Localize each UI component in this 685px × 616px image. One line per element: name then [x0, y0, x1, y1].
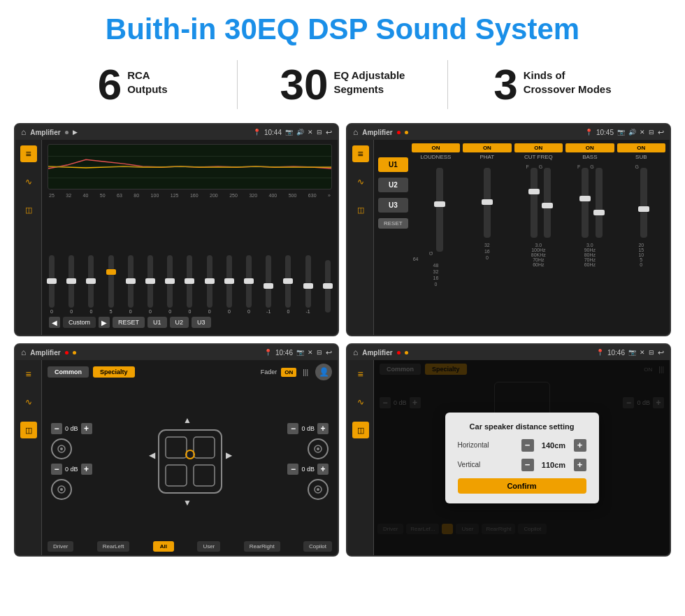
phat-on[interactable]: ON	[463, 143, 511, 152]
fader-on-btn[interactable]: ON	[281, 368, 296, 377]
rearleft-btn[interactable]: RearLeft	[97, 541, 130, 552]
eq-icon-2[interactable]: ≡	[352, 145, 369, 162]
u1-select[interactable]: U1	[378, 157, 408, 172]
fader-tabs: Common Specialty Fader ON ||| 👤	[48, 364, 332, 380]
slider-63[interactable]: 0	[128, 255, 134, 314]
speaker-icon-2[interactable]: ◫	[352, 201, 369, 218]
speaker-icon-4[interactable]: ◫	[352, 422, 369, 438]
eq-icon[interactable]: ≡	[20, 145, 37, 162]
back-icon-4[interactable]: ↩	[658, 348, 664, 357]
confirm-button[interactable]: Confirm	[458, 478, 586, 494]
rr-plus[interactable]: +	[317, 464, 329, 475]
slider-125[interactable]: 0	[187, 255, 192, 314]
home-icon-2[interactable]: ⌂	[353, 127, 358, 137]
close-icon-4[interactable]: ✕	[640, 349, 645, 356]
eq-icon-4[interactable]: ≡	[352, 366, 369, 382]
u2-btn[interactable]: U2	[170, 317, 189, 328]
u3-select[interactable]: U3	[378, 198, 408, 213]
rearright-btn[interactable]: RearRight	[244, 541, 280, 552]
eq-icon-3[interactable]: ≡	[20, 366, 37, 382]
fl-minus[interactable]: −	[51, 423, 62, 434]
prev-btn[interactable]: ◀	[49, 317, 60, 328]
stat-number-eq: 30	[280, 63, 329, 106]
ch-loudness: ON LOUDNESS G 64 48 32 16	[412, 143, 460, 331]
rr-db-control: − 0 dB +	[287, 464, 329, 475]
sub-slider[interactable]	[640, 168, 647, 238]
loudness-slider[interactable]	[436, 168, 443, 252]
rr-minus[interactable]: −	[287, 464, 298, 475]
reset-btn[interactable]: RESET	[113, 317, 145, 328]
vertical-plus[interactable]: +	[574, 459, 586, 471]
svg-text:▲: ▲	[183, 416, 192, 425]
horizontal-plus[interactable]: +	[574, 439, 586, 452]
stats-row: 6 RCAOutputs 30 EQ AdjustableSegments 3 …	[0, 53, 685, 119]
stat-label-eq: EQ AdjustableSegments	[333, 63, 405, 96]
cutfreq-slider-f[interactable]	[531, 168, 538, 238]
wave-icon-4[interactable]: ∿	[352, 394, 369, 410]
home-icon[interactable]: ⌂	[21, 127, 26, 137]
crossover-reset[interactable]: RESET	[378, 218, 408, 229]
preset-custom[interactable]: Custom	[63, 317, 96, 328]
fr-db-control: − 0 dB +	[287, 423, 329, 434]
bass-slider-g[interactable]	[596, 168, 603, 238]
close-icon-3[interactable]: ✕	[308, 349, 313, 356]
all-btn[interactable]: All	[153, 541, 174, 552]
wave-icon-2[interactable]: ∿	[352, 173, 369, 190]
slider-80[interactable]: 0	[147, 255, 153, 314]
specialty-tab[interactable]: Specialty	[93, 366, 135, 378]
phat-slider[interactable]	[484, 168, 491, 238]
speaker-icon[interactable]: ◫	[20, 201, 37, 218]
u2-select[interactable]: U2	[378, 178, 408, 192]
slider-400[interactable]: 0	[285, 255, 291, 314]
speaker-icon-3[interactable]: ◫	[20, 422, 37, 438]
u3-btn[interactable]: U3	[192, 317, 211, 328]
slider-50[interactable]: 5	[108, 255, 114, 314]
slider-250[interactable]: 0	[246, 255, 252, 314]
cutfreq-on[interactable]: ON	[514, 143, 563, 152]
slider-25[interactable]: 0	[49, 255, 55, 314]
slider-100[interactable]: 0	[167, 255, 173, 314]
loudness-on[interactable]: ON	[412, 143, 460, 152]
user-btn[interactable]: User	[197, 541, 220, 552]
slider-160[interactable]: 0	[207, 255, 212, 314]
copilot-btn[interactable]: Copilot	[303, 541, 332, 552]
wave-icon[interactable]: ∿	[20, 173, 37, 190]
back-icon[interactable]: ↩	[326, 128, 332, 137]
back-icon-3[interactable]: ↩	[326, 348, 332, 357]
vertical-minus[interactable]: −	[521, 459, 534, 471]
slider-630[interactable]	[325, 260, 331, 314]
back-icon-2[interactable]: ↩	[658, 128, 664, 137]
bass-slider-f[interactable]	[582, 168, 589, 238]
fr-minus[interactable]: −	[287, 423, 298, 434]
wave-icon-3[interactable]: ∿	[20, 394, 37, 410]
u1-btn[interactable]: U1	[147, 317, 167, 328]
slider-32[interactable]: 0	[68, 255, 74, 314]
fader-avatar-btn[interactable]: 👤	[315, 364, 332, 380]
bass-on[interactable]: ON	[565, 143, 614, 152]
driver-btn[interactable]: Driver	[48, 541, 73, 552]
home-icon-4[interactable]: ⌂	[353, 348, 358, 357]
status-bar-4: ⌂ Amplifier 📍 10:46 📷 ✕ ⊟ ↩	[347, 345, 670, 360]
rl-minus[interactable]: −	[51, 464, 62, 475]
distance-dialog: Car speaker distance setting Horizontal …	[445, 413, 599, 503]
slider-500[interactable]: -1	[305, 255, 311, 314]
home-icon-3[interactable]: ⌂	[21, 348, 26, 357]
rl-plus[interactable]: +	[81, 464, 92, 475]
slider-40[interactable]: 0	[88, 255, 94, 314]
horizontal-minus[interactable]: −	[521, 439, 534, 452]
slider-200[interactable]: 0	[226, 255, 232, 314]
common-tab[interactable]: Common	[48, 366, 89, 378]
fr-plus[interactable]: +	[317, 423, 329, 434]
cutfreq-slider-g[interactable]	[544, 168, 551, 238]
close-icon[interactable]: ✕	[308, 129, 313, 136]
close-icon-2[interactable]: ✕	[640, 129, 645, 136]
sub-on[interactable]: ON	[617, 143, 665, 152]
rl-db-control: − 0 dB +	[51, 464, 92, 475]
slider-320[interactable]: -1	[266, 255, 271, 314]
screen4-title: Amplifier	[362, 349, 392, 357]
rr-speaker	[308, 479, 329, 500]
next-btn[interactable]: ▶	[99, 317, 110, 328]
svg-rect-6	[166, 437, 187, 458]
fl-plus[interactable]: +	[81, 423, 92, 434]
distance-content: Common Specialty ON ||| − 0 dB + − 0 dB	[374, 360, 670, 555]
